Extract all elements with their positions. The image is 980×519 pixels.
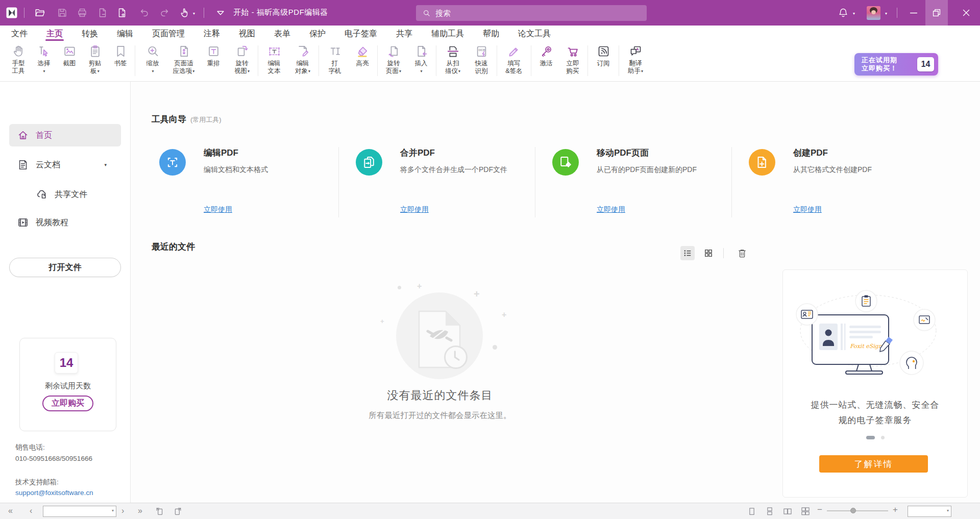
menu-file[interactable]: 文件 bbox=[11, 27, 28, 40]
zoom-slider-thumb[interactable] bbox=[850, 508, 856, 513]
buy-now-tool-button[interactable]: 立即购买 bbox=[559, 41, 586, 81]
app-logo-icon[interactable] bbox=[6, 7, 18, 19]
select-tool-button[interactable]: 选择▾ bbox=[31, 41, 57, 81]
user-avatar[interactable] bbox=[867, 6, 880, 20]
search-bar[interactable] bbox=[416, 5, 647, 21]
menu-home[interactable]: 主页 bbox=[46, 27, 63, 40]
open-folder-icon[interactable] bbox=[34, 7, 45, 18]
close-button[interactable] bbox=[961, 7, 972, 18]
menu-help[interactable]: 帮助 bbox=[483, 27, 499, 40]
print-icon[interactable] bbox=[77, 7, 88, 18]
last-page-button[interactable]: » bbox=[138, 505, 142, 516]
remove-page-icon[interactable] bbox=[97, 7, 108, 18]
insert-pages-tool-button[interactable]: 插入▾ bbox=[408, 41, 434, 81]
activate-tool-label: 激活 bbox=[540, 60, 553, 67]
quick-ocr-tool-button[interactable]: OCR快速识别 bbox=[468, 41, 495, 81]
save-icon[interactable] bbox=[57, 7, 68, 18]
carousel-dot-active[interactable] bbox=[866, 436, 875, 439]
grid-view-button[interactable] bbox=[701, 246, 716, 260]
from-scanner-tool-button[interactable]: 从扫描仪▾ bbox=[438, 41, 468, 81]
touch-mode-caret-icon[interactable]: ▾ bbox=[193, 11, 195, 16]
undo-icon[interactable] bbox=[139, 7, 150, 18]
use-now-link[interactable]: 立即使用 bbox=[204, 205, 232, 214]
highlight-tool-button[interactable]: 高亮 bbox=[349, 41, 376, 81]
sidebar-item-shared-files[interactable]: 共享文件 bbox=[9, 183, 121, 206]
collapse-ribbon-icon[interactable] bbox=[215, 7, 226, 18]
trial-badge[interactable]: 正在试用期 立即购买！ 14 bbox=[854, 53, 938, 76]
menu-convert[interactable]: 转换 bbox=[82, 27, 98, 40]
facing-continuous-view-icon[interactable] bbox=[800, 506, 811, 516]
rotate-view-tool-label: 视图▾ bbox=[234, 67, 250, 76]
buy-now-button[interactable]: 立即购买 bbox=[42, 396, 93, 411]
zoom-level-input[interactable]: ▾ bbox=[908, 506, 951, 517]
first-page-button[interactable]: « bbox=[8, 505, 13, 516]
account-caret-icon[interactable]: ▾ bbox=[885, 11, 887, 16]
carousel-dots[interactable] bbox=[783, 436, 967, 439]
menubar: 文件主页转换编辑页面管理注释视图表单保护电子签章共享辅助工具帮助论文工具 bbox=[0, 26, 980, 41]
activate-tool-button[interactable]: 激活 bbox=[533, 41, 559, 81]
menu-share[interactable]: 共享 bbox=[396, 27, 412, 40]
zoom-tool-button[interactable]: 缩放▾ bbox=[137, 41, 168, 81]
sidebar-item-cloud-docs[interactable]: 云文档▾ bbox=[9, 154, 121, 176]
continuous-view-icon[interactable] bbox=[765, 506, 775, 516]
next-view-icon[interactable] bbox=[173, 506, 183, 516]
hand-tool-button[interactable]: 手型工具 bbox=[6, 41, 31, 81]
zoom-in-button[interactable]: + bbox=[893, 505, 898, 515]
menu-view[interactable]: 视图 bbox=[239, 27, 255, 40]
list-view-button[interactable] bbox=[680, 246, 695, 260]
notifications-caret-icon[interactable]: ▾ bbox=[853, 11, 855, 16]
clipboard-tool-button[interactable]: 剪贴板▾ bbox=[82, 41, 108, 81]
menu-edit[interactable]: 编辑 bbox=[117, 27, 133, 40]
restore-button[interactable] bbox=[931, 7, 942, 18]
zoom-slider-track[interactable] bbox=[827, 510, 888, 511]
sidebar-item-home[interactable]: 首页 bbox=[9, 124, 121, 146]
subscribe-tool-button[interactable]: 订阅 bbox=[590, 41, 617, 81]
next-page-button[interactable]: › bbox=[121, 505, 124, 516]
hand-tool-label: 工具 bbox=[12, 67, 25, 75]
notifications-bell-icon[interactable] bbox=[838, 7, 849, 18]
edit-text-tool-button[interactable]: 编辑文本 bbox=[260, 41, 288, 81]
carousel-dot[interactable] bbox=[881, 436, 885, 439]
menu-paper-tools[interactable]: 论文工具 bbox=[518, 27, 551, 40]
bookmark-tool-button[interactable]: 书签 bbox=[108, 41, 133, 81]
chevron-down-icon[interactable]: ▾ bbox=[104, 162, 107, 167]
svg-text:Foxit eSign: Foxit eSign bbox=[850, 343, 883, 350]
fill-sign-tool-button[interactable]: 填写&签名 bbox=[499, 41, 529, 81]
page-number-input[interactable]: ▾ bbox=[43, 506, 116, 517]
menu-protect[interactable]: 保护 bbox=[309, 27, 326, 40]
facing-view-icon[interactable] bbox=[782, 506, 793, 516]
menu-accessibility[interactable]: 辅助工具 bbox=[431, 27, 464, 40]
search-input[interactable] bbox=[435, 9, 619, 17]
zoom-out-button[interactable]: − bbox=[817, 505, 822, 515]
redo-icon[interactable] bbox=[159, 7, 170, 18]
single-page-view-icon[interactable] bbox=[747, 506, 757, 516]
previous-page-button[interactable]: ‹ bbox=[30, 505, 32, 516]
support-email-link[interactable]: support@foxitsoftware.cn bbox=[15, 489, 93, 497]
reflow-tool-button[interactable]: 重排 bbox=[199, 41, 228, 81]
use-now-link[interactable]: 立即使用 bbox=[400, 205, 429, 214]
learn-more-button[interactable]: 了解详情 bbox=[819, 455, 928, 473]
touch-mode-icon[interactable] bbox=[179, 7, 190, 18]
rotate-view-tool-button[interactable]: 旋转视图▾ bbox=[228, 41, 256, 81]
add-page-icon[interactable] bbox=[116, 7, 128, 18]
clear-recent-trash-button[interactable] bbox=[735, 246, 749, 260]
home-icon bbox=[17, 129, 29, 141]
page-fit-tool-button[interactable]: 页面适应选项▾ bbox=[168, 41, 199, 81]
menu-page-manage[interactable]: 页面管理 bbox=[152, 27, 185, 40]
trial-days-left-badge: 14 bbox=[917, 57, 934, 71]
use-now-link[interactable]: 立即使用 bbox=[793, 205, 822, 214]
typewriter-tool-button[interactable]: 打字机 bbox=[321, 41, 349, 81]
previous-view-icon[interactable] bbox=[155, 506, 165, 516]
minimize-button[interactable] bbox=[908, 7, 919, 18]
sidebar-item-video-tutorials[interactable]: 视频教程 bbox=[9, 211, 121, 234]
menu-form[interactable]: 表单 bbox=[274, 27, 290, 40]
open-file-button[interactable]: 打开文件 bbox=[9, 258, 121, 277]
translate-assistant-tool-button[interactable]: A翻译助手▾ bbox=[621, 41, 650, 81]
menu-esign[interactable]: 电子签章 bbox=[345, 27, 377, 40]
use-now-link[interactable]: 立即使用 bbox=[597, 205, 625, 214]
rotate-pages-tool-button[interactable]: 旋转页面▾ bbox=[379, 41, 408, 81]
menu-comment[interactable]: 注释 bbox=[204, 27, 220, 40]
ribbon-toolbar: 手型工具选择▾截图剪贴板▾书签缩放▾页面适应选项▾重排旋转视图▾编辑文本编辑对象… bbox=[0, 41, 980, 82]
edit-object-tool-button[interactable]: 编辑对象▾ bbox=[288, 41, 317, 81]
snapshot-tool-button[interactable]: 截图 bbox=[57, 41, 82, 81]
